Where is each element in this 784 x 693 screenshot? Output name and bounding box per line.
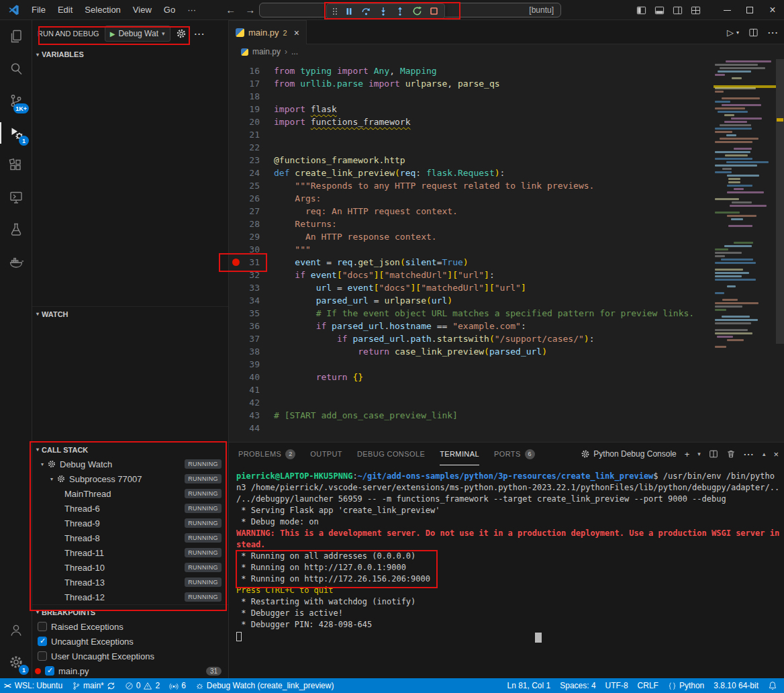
code-line[interactable]: 26 Args: xyxy=(229,192,784,205)
code-text[interactable]: req: An HTTP request context. xyxy=(260,206,458,216)
editor-more-icon[interactable]: ··· xyxy=(768,28,779,38)
line-number[interactable]: 26 xyxy=(242,193,260,203)
line-number[interactable]: 33 xyxy=(242,283,260,293)
callstack-row[interactable]: Thread-12RUNNING xyxy=(32,590,228,604)
line-number[interactable]: 30 xyxy=(242,244,260,255)
code-line[interactable]: 30 """ xyxy=(229,243,784,256)
chevron-down-icon[interactable]: ▾ xyxy=(38,461,47,467)
activity-settings[interactable]: 1 xyxy=(0,646,32,678)
breadcrumb-file[interactable]: main.py xyxy=(252,47,281,56)
code-line[interactable]: 17from urllib.parse import urlparse, par… xyxy=(229,77,784,90)
breakpoint-dot-icon[interactable] xyxy=(232,259,240,266)
panel-more-icon[interactable]: ··· xyxy=(744,449,754,459)
split-terminal-icon[interactable] xyxy=(709,449,718,459)
code-line[interactable]: 33 url = event["docs"]["matchedUrl"]["ur… xyxy=(229,281,784,294)
panel-tab-terminal[interactable]: TERMINAL xyxy=(440,443,479,465)
breakpoint-checkbox[interactable] xyxy=(38,637,47,646)
code-text[interactable]: from typing import Any, Mapping xyxy=(260,66,437,76)
line-number[interactable]: 37 xyxy=(242,334,260,344)
run-python-file-icon[interactable]: ▷ xyxy=(727,28,734,38)
menu-go[interactable]: Go xyxy=(158,3,181,17)
line-number[interactable]: 19 xyxy=(242,104,260,114)
pause-icon[interactable] xyxy=(344,7,354,16)
menu-edit[interactable]: Edit xyxy=(52,3,78,17)
code-text[interactable]: Returns: xyxy=(260,219,337,229)
launch-config-dropdown[interactable]: ▶ Debug Wat ▾ xyxy=(105,26,170,42)
restart-icon[interactable] xyxy=(412,6,422,16)
tab-main-py[interactable]: main.py 2 × xyxy=(229,20,307,44)
code-line[interactable]: 32 if event["docs"]["matchedUrl"]["url"]… xyxy=(229,269,784,281)
sync-icon[interactable] xyxy=(107,682,115,690)
close-panel-icon[interactable]: × xyxy=(773,449,779,459)
panel-tab-problems[interactable]: PROBLEMS2 xyxy=(238,443,295,465)
code-line[interactable]: 24def create_link_preview(req: flask.Req… xyxy=(229,167,784,179)
code-text[interactable]: @functions_framework.http xyxy=(260,155,405,165)
line-number[interactable]: 42 xyxy=(242,398,260,408)
callstack-row[interactable]: ▾Debug WatchRUNNING xyxy=(32,457,228,471)
code-text[interactable]: """Responds to any HTTP request related … xyxy=(260,181,594,191)
activity-remote-explorer[interactable] xyxy=(0,181,32,214)
eol-sequence[interactable]: CRLF xyxy=(638,681,658,690)
code-line[interactable]: 35 # If the event object URL matches a s… xyxy=(229,307,784,320)
panel-tab-debug-console[interactable]: DEBUG CONSOLE xyxy=(357,443,425,465)
terminal-dropdown-chevron-icon[interactable]: ▾ xyxy=(697,451,701,457)
code-line[interactable]: 28 Returns: xyxy=(229,218,784,230)
code-line[interactable]: 29 An HTTP response context. xyxy=(229,230,784,243)
split-editor-icon[interactable] xyxy=(748,28,758,38)
menu-selection[interactable]: Selection xyxy=(79,3,126,17)
breakpoint-row[interactable]: User Uncaught Exceptions xyxy=(32,649,228,663)
menu-file[interactable]: File xyxy=(26,3,51,17)
activity-docker[interactable] xyxy=(0,246,32,278)
line-number[interactable]: 20 xyxy=(242,117,260,127)
python-interpreter[interactable]: 3.8.10 64-bit xyxy=(714,681,758,690)
line-number[interactable]: 22 xyxy=(242,142,260,152)
callstack-row[interactable]: Thread-6RUNNING xyxy=(32,501,228,516)
line-number[interactable]: 35 xyxy=(242,308,260,318)
line-number[interactable]: 21 xyxy=(242,130,260,140)
code-line[interactable]: 40 return {} xyxy=(229,371,784,383)
line-number[interactable]: 36 xyxy=(242,321,260,331)
line-number[interactable]: 40 xyxy=(242,372,260,382)
line-number[interactable]: 31 xyxy=(242,257,260,267)
minimize-button[interactable] xyxy=(716,0,738,20)
breadcrumb-more[interactable]: ... xyxy=(291,47,298,56)
code-line[interactable]: 25 """Responds to any HTTP request relat… xyxy=(229,179,784,192)
start-debug-icon[interactable]: ▶ xyxy=(110,30,115,38)
code-text[interactable]: url = event["docs"]["matchedUrl"]["url"] xyxy=(260,283,526,293)
watch-section-header[interactable]: ▾ WATCH xyxy=(32,306,228,321)
activity-accounts[interactable] xyxy=(0,614,32,646)
configure-gear-icon[interactable] xyxy=(176,28,187,39)
code-text[interactable]: # [START add_ons_case_preview_link] xyxy=(260,410,458,420)
activity-extensions[interactable] xyxy=(0,149,32,181)
menu-view[interactable]: View xyxy=(128,3,157,17)
callstack-row[interactable]: Thread-8RUNNING xyxy=(32,530,228,545)
callstack-row[interactable]: MainThreadRUNNING xyxy=(32,486,228,501)
debug-session-indicator[interactable]: Debug Watch (create_link_preview) xyxy=(195,681,334,690)
toggle-sidebar-icon[interactable] xyxy=(636,5,646,15)
breakpoint-margin[interactable] xyxy=(229,259,242,266)
code-line[interactable]: 31 event = req.get_json(silent=True) xyxy=(229,256,784,269)
line-number[interactable]: 34 xyxy=(242,295,260,306)
code-line[interactable]: 19import flask xyxy=(229,103,784,116)
variables-section-header[interactable]: ▾ VARIABLES xyxy=(32,47,228,62)
line-number[interactable]: 28 xyxy=(242,219,260,229)
code-text[interactable]: return {} xyxy=(260,372,363,382)
code-line[interactable]: 38 return case_link_preview(parsed_url) xyxy=(229,345,784,358)
panel-tab-output[interactable]: OUTPUT xyxy=(310,443,342,465)
step-into-icon[interactable] xyxy=(379,7,388,16)
code-line[interactable]: 36 if parsed_url.hostname == "example.co… xyxy=(229,320,784,332)
code-text[interactable]: if event["docs"]["matchedUrl"]["url"]: xyxy=(260,270,495,280)
code-line[interactable]: 37 if parsed_url.path.startswith("/suppo… xyxy=(229,332,784,345)
code-text[interactable]: from urllib.parse import urlparse, parse… xyxy=(260,79,500,89)
breakpoints-section-header[interactable]: ▾ BREAKPOINTS xyxy=(32,604,228,619)
breakpoint-row[interactable]: main.py31 xyxy=(32,663,228,678)
code-text[interactable]: An HTTP response context. xyxy=(260,232,437,242)
code-text[interactable]: return case_link_preview(parsed_url) xyxy=(260,346,547,357)
line-number[interactable]: 43 xyxy=(242,410,260,420)
branch-indicator[interactable]: main* xyxy=(72,681,115,690)
tab-close-icon[interactable]: × xyxy=(294,28,299,38)
code-line[interactable]: 34 parsed_url = urlparse(url) xyxy=(229,294,784,307)
stop-icon[interactable] xyxy=(430,7,438,15)
code-line[interactable]: 41 xyxy=(229,383,784,396)
callstack-row[interactable]: ▾Subprocess 77007RUNNING xyxy=(32,471,228,486)
